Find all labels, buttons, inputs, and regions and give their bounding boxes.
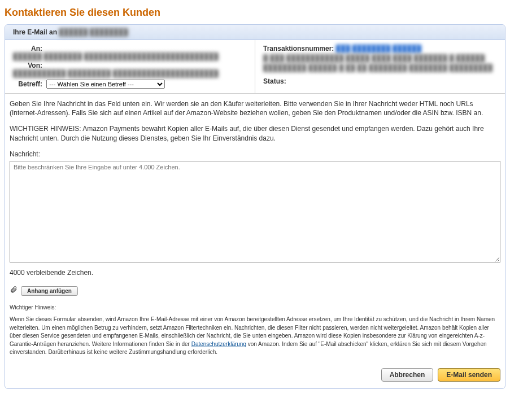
message-label: Nachricht: <box>10 150 500 159</box>
info-left: An: ██████ ████████ ████████████████████… <box>5 40 255 93</box>
cancel-button[interactable]: Abbrechen <box>381 368 434 382</box>
transaction-detail: █ ███ ████████████ █████ ████ ████ █████… <box>263 54 497 73</box>
send-button[interactable]: E-Mail senden <box>438 368 500 382</box>
attach-button[interactable]: Anhang anfügen <box>21 286 78 296</box>
message-textarea[interactable] <box>10 161 500 262</box>
panel-header-recipient: ██████ ████████ <box>59 28 128 36</box>
body-section: Geben Sie Ihre Nachricht in das Feld unt… <box>5 93 505 388</box>
panel-header: Ihre E-Mail an ██████ ████████ <box>5 25 505 40</box>
privacy-link[interactable]: Datenschutzerklärung <box>191 341 246 347</box>
paperclip-icon <box>10 285 18 296</box>
info-right: Transaktionsnummer: ███ ████████ ██████ … <box>255 40 505 93</box>
status-label: Status: <box>263 77 286 85</box>
char-count: 4000 verbleibende Zeichen. <box>10 268 500 277</box>
to-value: ██████ ████████ ████████████████████████… <box>13 53 219 60</box>
panel-header-prefix: Ihre E-Mail an <box>13 28 57 36</box>
intro-text: Geben Sie Ihre Nachricht in das Feld unt… <box>10 99 500 117</box>
subject-select[interactable]: --- Wählen Sie einen Betreff --- <box>46 80 165 89</box>
button-row: Abbrechen E-Mail senden <box>10 368 500 386</box>
from-label: Von: <box>13 62 42 69</box>
subject-label: Betreff: <box>13 80 42 88</box>
notice-text: WICHTIGER HINWEIS: Amazon Payments bewah… <box>10 124 500 142</box>
transaction-link[interactable]: ███ ████████ ██████ <box>336 45 421 53</box>
email-panel: Ihre E-Mail an ██████ ████████ An: █████… <box>5 24 505 389</box>
from-value: ███████████ █████████ ██████████████████… <box>13 69 219 77</box>
info-row: An: ██████ ████████ ████████████████████… <box>5 40 505 93</box>
page-title: Kontaktieren Sie diesen Kunden <box>5 7 505 19</box>
hint-title: Wichtiger Hinweis: <box>10 304 500 312</box>
transaction-label: Transaktionsnummer: <box>263 45 334 53</box>
to-label: An: <box>13 45 42 53</box>
hint-body: Wenn Sie dieses Formular absenden, wird … <box>10 316 500 357</box>
